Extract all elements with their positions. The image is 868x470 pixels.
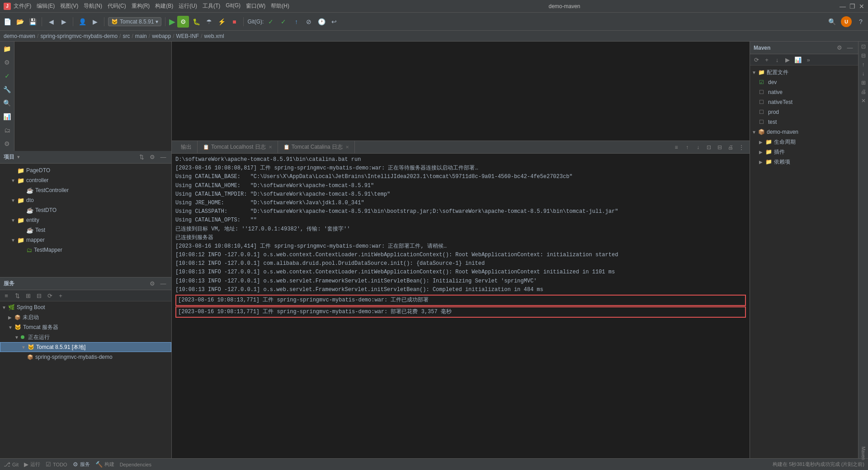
breadcrumb-item-5[interactable]: WEB-INF bbox=[176, 33, 199, 39]
menu-item-构建(B)[interactable]: 构建(B) bbox=[155, 2, 173, 10]
maven-config-item-3[interactable]: ☐prod bbox=[750, 107, 858, 117]
coverage-button[interactable]: ☂ bbox=[203, 16, 214, 27]
output-tab-0[interactable]: 输出 bbox=[175, 141, 198, 154]
service-item-3[interactable]: ▼正在运行 bbox=[0, 332, 171, 342]
rs-button-3[interactable]: ↑ bbox=[859, 61, 868, 69]
open-button[interactable]: 📂 bbox=[14, 16, 25, 27]
service-item-1[interactable]: ▶📦未启动 bbox=[0, 312, 171, 322]
maven-show-diagram[interactable]: 📊 bbox=[793, 55, 802, 64]
project-tree-item-0[interactable]: 📁PageDTO bbox=[0, 165, 171, 175]
breadcrumb-item-0[interactable]: demo-maven bbox=[4, 33, 35, 39]
project-settings[interactable]: ⚙ bbox=[148, 153, 157, 162]
service-item-2[interactable]: ▼🐱Tomcat 服务器 bbox=[0, 322, 171, 332]
breadcrumb-item-2[interactable]: src bbox=[123, 33, 130, 39]
project-tree-item-5[interactable]: ▼📁entity bbox=[0, 215, 171, 225]
maven-run[interactable]: ▶ bbox=[783, 55, 792, 64]
maven-config-item-4[interactable]: ☐test bbox=[750, 117, 858, 127]
srv-add[interactable]: + bbox=[56, 291, 65, 300]
menu-item-文件(F)[interactable]: 文件(F) bbox=[14, 2, 31, 10]
build-icon[interactable]: ⚙ bbox=[177, 16, 189, 28]
rs-button-6[interactable]: 🖨 bbox=[859, 88, 868, 96]
run-config-button[interactable]: ▶ bbox=[90, 16, 100, 27]
output-tab-2[interactable]: 📋Tomcat Catalina 日志✕ bbox=[278, 141, 355, 154]
project-close[interactable]: — bbox=[159, 153, 168, 162]
menu-item-帮助(H)[interactable]: 帮助(H) bbox=[271, 2, 289, 10]
debug-button[interactable]: 🐛 bbox=[191, 16, 202, 27]
git-commit-button[interactable]: ✓ bbox=[265, 16, 276, 27]
new-file-button[interactable]: 📄 bbox=[2, 16, 13, 27]
menu-bar[interactable]: 文件(F)编辑(E)视图(V)导航(N)代码(C)重构(R)构建(B)运行(U)… bbox=[14, 2, 289, 10]
output-scroll-down[interactable]: ↓ bbox=[693, 143, 703, 152]
statusbar-services[interactable]: ⚙ 服务 bbox=[73, 461, 90, 468]
menu-item-代码(C)[interactable]: 代码(C) bbox=[108, 2, 126, 10]
srv-collapse[interactable]: ⇅ bbox=[13, 291, 22, 300]
close-button[interactable]: ✕ bbox=[859, 3, 864, 10]
search-button[interactable]: 🔍 bbox=[826, 16, 837, 27]
maven-settings[interactable]: ⚙ bbox=[835, 43, 844, 52]
srv-group[interactable]: ⊞ bbox=[24, 291, 33, 300]
maven-add[interactable]: + bbox=[762, 55, 771, 64]
stop-button[interactable]: ■ bbox=[229, 16, 240, 27]
output-print[interactable]: 🖨 bbox=[726, 143, 735, 152]
menu-item-编辑(E)[interactable]: 编辑(E) bbox=[37, 2, 55, 10]
breadcrumb-item-1[interactable]: spring-springmvc-mybatis-demo bbox=[40, 33, 118, 39]
git-push-button[interactable]: ✓ bbox=[278, 16, 289, 27]
breadcrumb-item-6[interactable]: web.xml bbox=[204, 33, 224, 39]
tab-close-1[interactable]: ✕ bbox=[269, 145, 272, 150]
srv-refresh[interactable]: ⟳ bbox=[45, 291, 54, 300]
service-item-5[interactable]: 📦spring-springmvc-mybatis-demo bbox=[0, 352, 171, 362]
services-settings[interactable]: ⚙ bbox=[148, 279, 157, 288]
maven-check-3[interactable]: ☐ bbox=[759, 109, 766, 115]
statusbar-build[interactable]: 🔨 构建 bbox=[95, 461, 114, 468]
rs-button-5[interactable]: ⊞ bbox=[859, 79, 868, 87]
maven-check-2[interactable]: ☐ bbox=[759, 99, 766, 105]
service-item-0[interactable]: ▼🌿Spring Boot bbox=[0, 302, 171, 312]
project-tree-item-4[interactable]: ☕TestDTO bbox=[0, 205, 171, 215]
statusbar-git[interactable]: ⎇ Git bbox=[4, 461, 19, 468]
menu-item-工具(T)[interactable]: 工具(T) bbox=[203, 2, 220, 10]
maven-refresh[interactable]: ⟳ bbox=[752, 55, 761, 64]
git-rollback-button[interactable]: ↩ bbox=[329, 16, 340, 27]
project-tree-item-7[interactable]: ▼📁mapper bbox=[0, 235, 171, 245]
sidebar-icon-4[interactable]: 🔧 bbox=[2, 84, 13, 95]
project-collapse-all[interactable]: ⇅ bbox=[137, 153, 146, 162]
tab-close-2[interactable]: ✕ bbox=[345, 145, 349, 150]
tomcat-selector[interactable]: 🐱 Tomcat 8.5.91 ▾ bbox=[108, 17, 161, 26]
rs-button-4[interactable]: ↓ bbox=[859, 70, 868, 78]
project-dropdown-icon[interactable]: ▾ bbox=[17, 154, 20, 160]
maximize-button[interactable]: ❐ bbox=[849, 3, 855, 10]
project-tree-item-8[interactable]: 🗂TestMapper bbox=[0, 245, 171, 255]
maven-configs-header[interactable]: ▼📁配置文件 bbox=[750, 67, 858, 77]
editor-area[interactable] bbox=[172, 42, 750, 141]
maven-config-item-2[interactable]: ☐nativeTest bbox=[750, 97, 858, 107]
menu-item-Git(G)[interactable]: Git(G) bbox=[226, 2, 241, 10]
breadcrumb-item-3[interactable]: main bbox=[135, 33, 147, 39]
rs-button-1[interactable]: ⊡ bbox=[859, 42, 868, 51]
menu-item-窗口(W)[interactable]: 窗口(W) bbox=[246, 2, 265, 10]
srv-expand-all[interactable]: ≡ bbox=[2, 291, 11, 300]
maven-download[interactable]: ↓ bbox=[773, 55, 782, 64]
output-menu-icon[interactable]: ≡ bbox=[672, 143, 681, 152]
sidebar-icon-1[interactable]: 📁 bbox=[2, 43, 13, 54]
rs-button-7[interactable]: ✕ bbox=[859, 97, 868, 105]
maven-proj-item-2[interactable]: ▶📁依赖项 bbox=[750, 157, 858, 167]
minimize-button[interactable]: — bbox=[840, 3, 846, 10]
project-tree-item-1[interactable]: ▼📁controller bbox=[0, 175, 171, 185]
statusbar-run[interactable]: ▶ 运行 bbox=[24, 461, 40, 468]
back-button[interactable]: ◀ bbox=[46, 16, 57, 27]
maven-proj-item-1[interactable]: ▶📁插件 bbox=[750, 147, 858, 157]
project-tree-item-2[interactable]: ☕TestController bbox=[0, 185, 171, 195]
output-clear[interactable]: ⊡ bbox=[704, 143, 713, 152]
output-scroll-up[interactable]: ↑ bbox=[683, 143, 692, 152]
maven-check-1[interactable]: ☐ bbox=[759, 89, 766, 95]
forward-button[interactable]: ▶ bbox=[58, 16, 69, 27]
sidebar-icon-5[interactable]: 🔍 bbox=[2, 98, 13, 108]
sidebar-icon-7[interactable]: 🗂 bbox=[2, 125, 13, 136]
help-button[interactable]: ? bbox=[855, 16, 866, 27]
menu-item-重构(R)[interactable]: 重构(R) bbox=[132, 2, 150, 10]
run-button[interactable]: ▶ bbox=[169, 17, 175, 27]
output-tab-1[interactable]: 📋Tomcat Localhost 日志✕ bbox=[198, 141, 278, 154]
project-tree-item-6[interactable]: ☕Test bbox=[0, 225, 171, 235]
statusbar-todo[interactable]: ☑ TODO bbox=[46, 461, 67, 468]
rs-button-2[interactable]: ⊟ bbox=[859, 52, 868, 60]
